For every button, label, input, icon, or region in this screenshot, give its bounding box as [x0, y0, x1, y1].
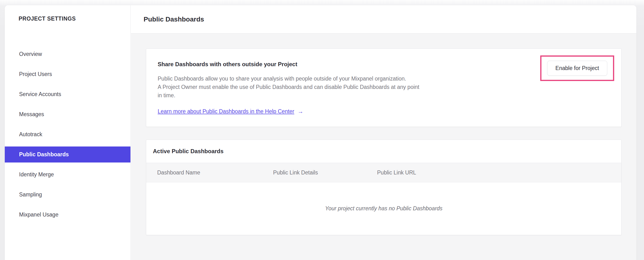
page-header: Public Dashboards	[131, 5, 636, 34]
share-dashboards-card: Share Dashboards with others outside you…	[146, 49, 622, 127]
sidebar-item-label: Mixpanel Usage	[19, 211, 58, 218]
settings-panel: PROJECT SETTINGS Overview Project Users …	[5, 5, 636, 260]
sidebar-item-mixpanel-usage[interactable]: Mixpanel Usage	[5, 207, 130, 223]
description-line: in time.	[158, 91, 621, 100]
column-header-dashboard-name: Dashboard Name	[157, 169, 273, 176]
sidebar-item-label: Identity Merge	[19, 171, 54, 178]
main-area: Public Dashboards Share Dashboards with …	[131, 5, 636, 260]
sidebar-item-project-users[interactable]: Project Users	[5, 66, 130, 82]
sidebar-item-service-accounts[interactable]: Service Accounts	[5, 86, 130, 102]
sidebar-item-label: Overview	[19, 51, 42, 57]
sidebar-item-public-dashboards[interactable]: Public Dashboards	[5, 147, 130, 163]
sidebar-item-autotrack[interactable]: Autotrack	[5, 126, 130, 143]
column-header-public-link-url: Public Link URL	[377, 169, 621, 176]
arrow-right-icon: →	[298, 108, 304, 115]
project-settings-sidebar: PROJECT SETTINGS Overview Project Users …	[5, 5, 131, 260]
sidebar-item-label: Messages	[19, 111, 44, 117]
sidebar-item-label: Project Users	[19, 71, 52, 77]
help-center-link-row: Learn more about Public Dashboards in th…	[158, 107, 621, 115]
enable-for-project-button[interactable]: Enable for Project	[547, 61, 608, 76]
sidebar-item-label: Autotrack	[19, 131, 42, 138]
empty-state-message: Your project currently has no Public Das…	[146, 182, 621, 235]
annotation-highlight-box: Enable for Project	[540, 55, 614, 81]
content-area: Share Dashboards with others outside you…	[131, 34, 636, 260]
sidebar-item-label: Public Dashboards	[19, 151, 69, 158]
column-header-public-link-details: Public Link Details	[273, 169, 377, 176]
sidebar-item-label: Service Accounts	[19, 91, 61, 97]
active-public-dashboards-card: Active Public Dashboards Dashboard Name …	[146, 140, 622, 235]
page-title: Public Dashboards	[144, 5, 636, 33]
description-line: A Project Owner must enable the use of P…	[158, 83, 621, 91]
sidebar-item-identity-merge[interactable]: Identity Merge	[5, 167, 130, 183]
active-card-heading: Active Public Dashboards	[146, 140, 621, 163]
sidebar-item-sampling[interactable]: Sampling	[5, 187, 130, 203]
sidebar-item-messages[interactable]: Messages	[5, 106, 130, 122]
sidebar-item-overview[interactable]: Overview	[5, 46, 130, 62]
sidebar-title: PROJECT SETTINGS	[18, 15, 76, 22]
sidebar-nav: Overview Project Users Service Accounts …	[5, 46, 130, 227]
dashboards-table-header: Dashboard Name Public Link Details Publi…	[146, 163, 621, 182]
help-center-link[interactable]: Learn more about Public Dashboards in th…	[158, 107, 294, 115]
sidebar-item-label: Sampling	[19, 191, 42, 198]
